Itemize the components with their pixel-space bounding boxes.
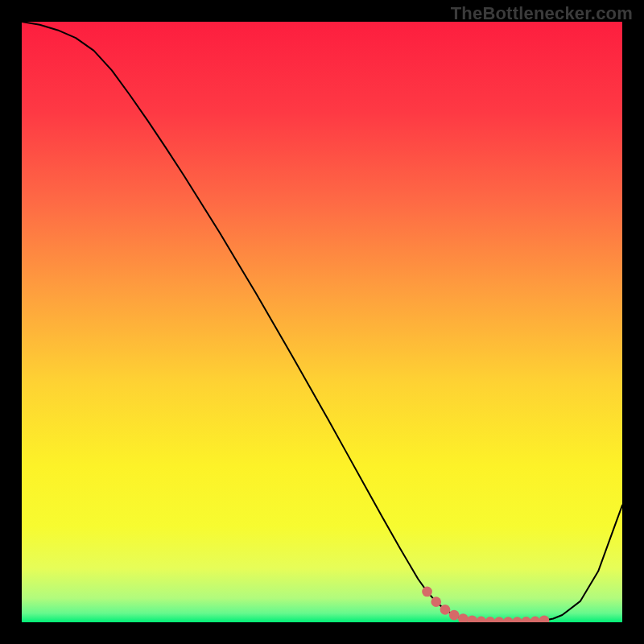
gradient-background [22,22,622,622]
trough-marker [440,605,451,615]
trough-marker [449,610,460,621]
chart-frame: TheBottlenecker.com [0,0,644,644]
chart-svg [22,22,622,622]
plot-area [22,22,622,622]
trough-marker [431,597,441,607]
trough-marker [422,587,432,597]
